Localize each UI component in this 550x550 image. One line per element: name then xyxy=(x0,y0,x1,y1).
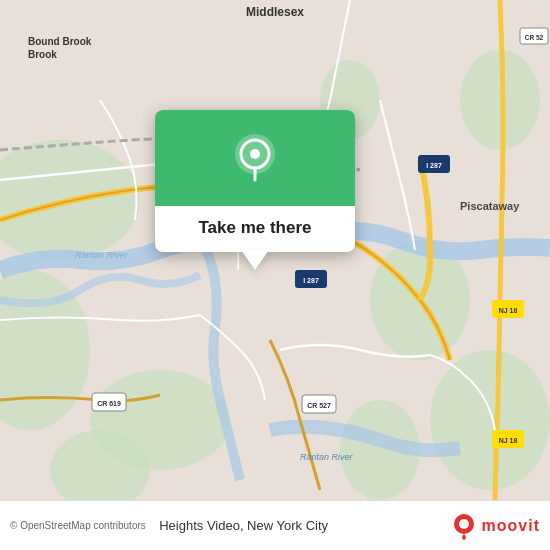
svg-text:Middlesex: Middlesex xyxy=(246,5,304,19)
svg-text:I 287: I 287 xyxy=(426,162,442,169)
svg-point-34 xyxy=(459,519,469,529)
svg-text:CR 527: CR 527 xyxy=(307,402,331,409)
moovit-logo: moovit xyxy=(450,512,540,540)
location-pin-icon xyxy=(231,132,279,188)
copyright-text: © OpenStreetMap contributors xyxy=(10,520,155,531)
place-name: Heights Video, New York City xyxy=(155,518,449,533)
bottom-bar: © OpenStreetMap contributors Heights Vid… xyxy=(0,500,550,550)
moovit-pin-icon xyxy=(450,512,478,540)
svg-text:Raritan River: Raritan River xyxy=(75,250,129,260)
svg-text:CR 52: CR 52 xyxy=(525,34,544,41)
svg-text:I 287: I 287 xyxy=(303,277,319,284)
svg-text:NJ 18: NJ 18 xyxy=(499,307,518,314)
popup-card: Take me there xyxy=(155,110,355,252)
svg-text:NJ 18: NJ 18 xyxy=(499,437,518,444)
svg-point-5 xyxy=(430,350,550,490)
svg-text:Brook: Brook xyxy=(28,49,57,60)
svg-text:CR 619: CR 619 xyxy=(97,400,121,407)
svg-point-32 xyxy=(250,149,260,159)
popup-header xyxy=(155,110,355,206)
moovit-label: moovit xyxy=(482,517,540,535)
popup-tail xyxy=(241,250,269,270)
svg-text:Bound Brook: Bound Brook xyxy=(28,36,92,47)
svg-text:Piscataway: Piscataway xyxy=(460,200,520,212)
svg-text:Raritan River: Raritan River xyxy=(300,452,354,462)
take-me-there-button[interactable]: Take me there xyxy=(182,206,327,252)
map-container: I 287 I 287 NJ 18 NJ 18 CR 527 CR 619 CR… xyxy=(0,0,550,500)
